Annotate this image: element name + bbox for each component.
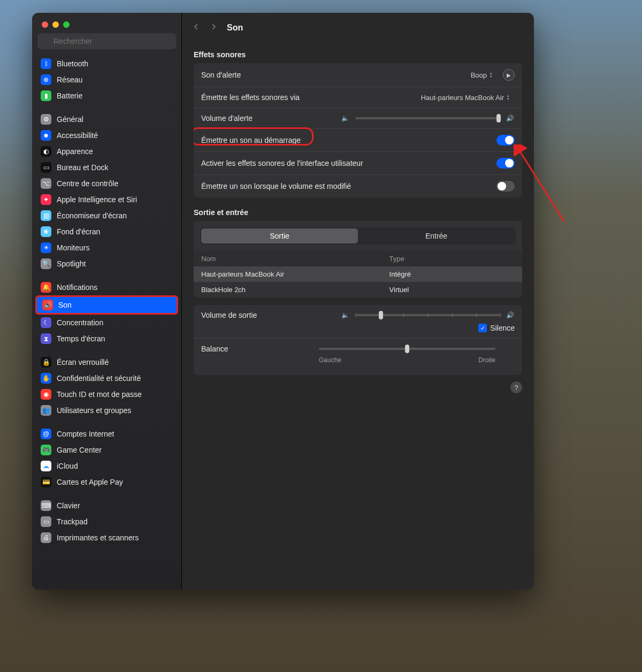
sidebar-item-label: Économiseur d'écran bbox=[57, 211, 127, 220]
sidebar-item-confidentialit-et-s-curit-[interactable]: ✋Confidentialité et sécurité bbox=[35, 370, 178, 386]
minimize-button[interactable] bbox=[52, 21, 59, 28]
bluetooth-icon: ᛒ bbox=[41, 58, 51, 69]
accessibilit--icon: ☻ bbox=[41, 130, 51, 141]
balance-left-label: Gauche bbox=[319, 356, 341, 364]
startup-sound-row: Émettre un son au démarrage bbox=[194, 129, 522, 152]
sidebar-item-label: Bluetooth bbox=[57, 59, 88, 68]
tab-output[interactable]: Sortie bbox=[201, 228, 358, 243]
io-segmented-control: Sortie Entrée bbox=[200, 227, 516, 245]
device-type: Virtuel bbox=[389, 286, 515, 294]
sidebar-item-bureau-et-dock[interactable]: ▭Bureau et Dock bbox=[35, 159, 178, 175]
confidentialit-et-s-curit--icon: ✋ bbox=[41, 373, 51, 384]
output-controls-card: Volume de sortie 🔈 🔊 ✓ Silence bbox=[194, 305, 522, 375]
volume-change-toggle[interactable] bbox=[496, 181, 515, 192]
sidebar-item-accessibilit-[interactable]: ☻Accessibilité bbox=[35, 127, 178, 143]
sidebar-item--conomiseur-d-cran[interactable]: ▧Économiseur d'écran bbox=[35, 208, 178, 224]
sidebar-item-label: Clavier bbox=[57, 501, 80, 510]
imprimantes-et-scanners-icon: 🖨 bbox=[41, 532, 51, 543]
bureau-et-dock-icon: ▭ bbox=[41, 162, 51, 173]
toolbar: Son bbox=[182, 13, 534, 40]
back-button[interactable] bbox=[193, 23, 200, 33]
sidebar-item-label: Réseau bbox=[57, 75, 82, 84]
io-section: Sortie et entrée Sortie Entrée Nom Type … bbox=[182, 197, 534, 375]
balance-row: Balance Gauche Droite bbox=[194, 339, 522, 375]
tab-input[interactable]: Entrée bbox=[358, 228, 515, 243]
effects-section: Effets sonores Son d'alerte Boop ▴▾ ▶ Ém… bbox=[182, 40, 534, 197]
sidebar-item-moniteurs[interactable]: ☀Moniteurs bbox=[35, 240, 178, 256]
sidebar-item-notifications[interactable]: 🔔Notifications bbox=[35, 279, 178, 295]
balance-label: Balance bbox=[201, 345, 319, 353]
sidebar-item-label: Cartes et Apple Pay bbox=[57, 478, 123, 486]
sidebar-item-concentration[interactable]: ☾Concentration bbox=[35, 315, 178, 331]
sidebar-item-clavier[interactable]: ⌨Clavier bbox=[35, 498, 178, 514]
sidebar-item-touch-id-et-mot-de-passe[interactable]: ◉Touch ID et mot de passe bbox=[35, 386, 178, 402]
startup-sound-toggle[interactable] bbox=[496, 135, 515, 146]
device-row[interactable]: BlackHole 2chVirtuel bbox=[194, 282, 522, 297]
cartes-et-apple-pay-icon: 💳 bbox=[41, 477, 51, 487]
son-icon: 🔊 bbox=[42, 300, 53, 310]
sidebar-item-apparence[interactable]: ◐Apparence bbox=[35, 143, 178, 159]
device-table-header: Nom Type bbox=[194, 251, 522, 266]
clavier-icon: ⌨ bbox=[41, 500, 51, 511]
alert-volume-slider[interactable]: 🔈 🔊 bbox=[341, 114, 515, 122]
sidebar-item-icloud[interactable]: ☁iCloud bbox=[35, 458, 178, 474]
play-effects-row: Émettre les effets sonores via Haut-parl… bbox=[194, 87, 522, 108]
sidebar-item-label: Son bbox=[58, 301, 72, 309]
sidebar-list: ᛒBluetooth⊕Réseau▮Batterie⚙Général☻Acces… bbox=[32, 54, 181, 548]
output-volume-slider[interactable]: 🔈 🔊 bbox=[341, 311, 515, 319]
apparence-icon: ◐ bbox=[41, 146, 51, 157]
notifications-icon: 🔔 bbox=[41, 282, 51, 293]
chevron-updown-icon: ▴▾ bbox=[507, 94, 515, 101]
spotlight-icon: 🔍 bbox=[41, 258, 51, 269]
fullscreen-button[interactable] bbox=[63, 21, 70, 28]
io-heading: Sortie et entrée bbox=[194, 208, 522, 217]
sidebar-item-g-n-ral[interactable]: ⚙Général bbox=[35, 111, 178, 127]
ui-sound-toggle[interactable] bbox=[496, 158, 515, 169]
trackpad-icon: ▭ bbox=[41, 516, 51, 527]
sidebar-item-temps-d-cran[interactable]: ⧗Temps d'écran bbox=[35, 331, 178, 347]
sidebar-item-comptes-internet[interactable]: @Comptes Internet bbox=[35, 426, 178, 442]
sidebar-item-centre-de-contr-le[interactable]: ⌥Centre de contrôle bbox=[35, 175, 178, 192]
sidebar-item-son[interactable]: 🔊Son bbox=[35, 295, 178, 315]
centre-de-contr-le-icon: ⌥ bbox=[41, 178, 51, 189]
sidebar-item-batterie[interactable]: ▮Batterie bbox=[35, 88, 178, 104]
alert-sound-dropdown[interactable]: Boop ▴▾ bbox=[471, 71, 498, 79]
close-button[interactable] bbox=[42, 21, 48, 28]
volume-high-icon: 🔊 bbox=[506, 311, 515, 319]
forward-button[interactable] bbox=[210, 23, 217, 33]
alert-volume-row: Volume d'alerte 🔈 🔊 bbox=[194, 108, 522, 129]
game-center-icon: 🎮 bbox=[41, 445, 51, 455]
alert-sound-label: Son d'alerte bbox=[201, 71, 471, 79]
sidebar-item--cran-verrouill-[interactable]: 🔒Écran verrouillé bbox=[35, 354, 178, 370]
sidebar-item-trackpad[interactable]: ▭Trackpad bbox=[35, 514, 178, 530]
balance-slider[interactable] bbox=[319, 348, 515, 350]
fond-d-cran-icon: ❀ bbox=[41, 226, 51, 237]
sidebar-item-bluetooth[interactable]: ᛒBluetooth bbox=[35, 56, 178, 72]
touch-id-et-mot-de-passe-icon: ◉ bbox=[41, 389, 51, 400]
sidebar-item-utilisateurs-et-groupes[interactable]: 👥Utilisateurs et groupes bbox=[35, 402, 178, 418]
sidebar-item-cartes-et-apple-pay[interactable]: 💳Cartes et Apple Pay bbox=[35, 474, 178, 490]
-cran-verrouill--icon: 🔒 bbox=[41, 357, 51, 368]
sidebar-item-label: Fond d'écran bbox=[57, 227, 100, 236]
play-effects-dropdown[interactable]: Haut-parleurs MacBook Air ▴▾ bbox=[421, 94, 515, 102]
help-button[interactable]: ? bbox=[510, 381, 522, 393]
sidebar-item-label: Notifications bbox=[57, 283, 97, 292]
play-preview-button[interactable]: ▶ bbox=[503, 69, 515, 81]
g-n-ral-icon: ⚙ bbox=[41, 114, 51, 125]
mute-checkbox[interactable]: ✓ bbox=[478, 324, 487, 332]
sidebar-item-imprimantes-et-scanners[interactable]: 🖨Imprimantes et scanners bbox=[35, 530, 178, 546]
sidebar-item-spotlight[interactable]: 🔍Spotlight bbox=[35, 256, 178, 272]
device-name: BlackHole 2ch bbox=[201, 286, 389, 294]
sidebar-item-game-center[interactable]: 🎮Game Center bbox=[35, 442, 178, 458]
device-type: Intégré bbox=[389, 270, 515, 278]
sidebar-item-label: Bureau et Dock bbox=[57, 163, 109, 172]
sidebar-item-r-seau[interactable]: ⊕Réseau bbox=[35, 72, 178, 88]
sidebar-item-fond-d-cran[interactable]: ❀Fond d'écran bbox=[35, 224, 178, 240]
volume-high-icon: 🔊 bbox=[506, 114, 515, 122]
search-input[interactable] bbox=[37, 33, 176, 49]
window-controls bbox=[32, 13, 181, 33]
startup-sound-label: Émettre un son au démarrage bbox=[201, 136, 496, 144]
sidebar-item-apple-intelligence-et-siri[interactable]: ✦Apple Intelligence et Siri bbox=[35, 192, 178, 208]
sidebar-item-label: Touch ID et mot de passe bbox=[57, 390, 142, 399]
device-row[interactable]: Haut-parleurs MacBook AirIntégré bbox=[194, 266, 522, 282]
